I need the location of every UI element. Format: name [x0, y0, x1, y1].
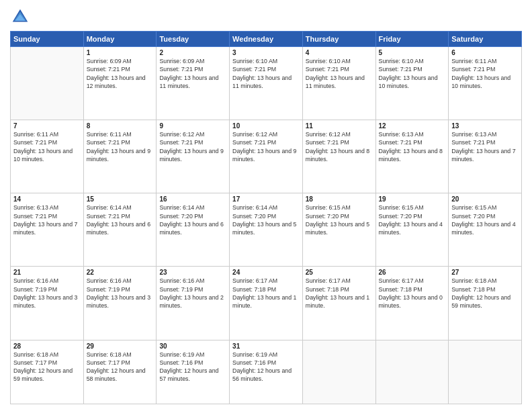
header — [10, 7, 522, 27]
calendar-cell: 20Sunrise: 6:15 AMSunset: 7:20 PMDayligh… — [449, 193, 522, 267]
day-of-week-thursday: Thursday — [302, 32, 375, 47]
day-info: Sunrise: 6:15 AMSunset: 7:20 PMDaylight:… — [306, 203, 373, 236]
day-info: Sunrise: 6:18 AMSunset: 7:18 PMDaylight:… — [451, 277, 519, 310]
calendar-cell: 21Sunrise: 6:16 AMSunset: 7:19 PMDayligh… — [11, 267, 84, 340]
day-number: 8 — [87, 122, 154, 130]
day-number: 23 — [159, 269, 226, 276]
calendar-cell: 26Sunrise: 6:17 AMSunset: 7:18 PMDayligh… — [375, 267, 449, 340]
day-number: 14 — [13, 195, 81, 203]
calendar-cell: 29Sunrise: 6:18 AMSunset: 7:17 PMDayligh… — [83, 340, 157, 404]
calendar-cell — [302, 340, 375, 404]
day-info: Sunrise: 6:09 AMSunset: 7:21 PMDaylight:… — [87, 57, 154, 90]
day-number: 11 — [306, 122, 373, 130]
calendar-cell: 9Sunrise: 6:12 AMSunset: 7:21 PMDaylight… — [157, 120, 230, 193]
day-number: 10 — [232, 122, 300, 130]
logo — [10, 7, 33, 27]
day-info: Sunrise: 6:11 AMSunset: 7:21 PMDaylight:… — [87, 130, 154, 163]
day-info: Sunrise: 6:16 AMSunset: 7:19 PMDaylight:… — [159, 277, 226, 310]
day-info: Sunrise: 6:13 AMSunset: 7:21 PMDaylight:… — [451, 130, 519, 163]
calendar-header-row: SundayMondayTuesdayWednesdayThursdayFrid… — [11, 32, 522, 47]
calendar-cell: 6Sunrise: 6:11 AMSunset: 7:21 PMDaylight… — [449, 47, 522, 120]
day-info: Sunrise: 6:18 AMSunset: 7:17 PMDaylight:… — [13, 351, 81, 383]
day-info: Sunrise: 6:15 AMSunset: 7:20 PMDaylight:… — [451, 203, 519, 236]
day-info: Sunrise: 6:14 AMSunset: 7:20 PMDaylight:… — [159, 203, 226, 236]
calendar-cell: 1Sunrise: 6:09 AMSunset: 7:21 PMDaylight… — [83, 47, 157, 120]
day-info: Sunrise: 6:11 AMSunset: 7:21 PMDaylight:… — [451, 57, 519, 90]
day-info: Sunrise: 6:12 AMSunset: 7:21 PMDaylight:… — [232, 130, 300, 163]
day-info: Sunrise: 6:13 AMSunset: 7:21 PMDaylight:… — [13, 203, 81, 236]
day-number: 19 — [379, 195, 446, 203]
calendar-cell: 13Sunrise: 6:13 AMSunset: 7:21 PMDayligh… — [449, 120, 522, 193]
day-number: 5 — [379, 49, 446, 56]
day-info: Sunrise: 6:12 AMSunset: 7:21 PMDaylight:… — [159, 130, 226, 163]
day-info: Sunrise: 6:10 AMSunset: 7:21 PMDaylight:… — [232, 57, 300, 90]
calendar-week-5: 28Sunrise: 6:18 AMSunset: 7:17 PMDayligh… — [11, 340, 522, 404]
day-number: 15 — [87, 195, 154, 203]
day-number: 24 — [232, 269, 300, 276]
calendar-cell: 27Sunrise: 6:18 AMSunset: 7:18 PMDayligh… — [449, 267, 522, 340]
day-number: 3 — [232, 49, 300, 56]
day-info: Sunrise: 6:18 AMSunset: 7:17 PMDaylight:… — [87, 351, 154, 383]
day-of-week-tuesday: Tuesday — [157, 32, 230, 47]
calendar-cell: 14Sunrise: 6:13 AMSunset: 7:21 PMDayligh… — [11, 193, 84, 267]
day-info: Sunrise: 6:17 AMSunset: 7:18 PMDaylight:… — [232, 277, 300, 310]
day-number: 18 — [306, 195, 373, 203]
calendar: SundayMondayTuesdayWednesdayThursdayFrid… — [10, 31, 522, 404]
calendar-cell: 23Sunrise: 6:16 AMSunset: 7:19 PMDayligh… — [157, 267, 230, 340]
page: SundayMondayTuesdayWednesdayThursdayFrid… — [0, 0, 532, 411]
day-info: Sunrise: 6:12 AMSunset: 7:21 PMDaylight:… — [306, 130, 373, 163]
day-number: 17 — [232, 195, 300, 203]
calendar-cell: 30Sunrise: 6:19 AMSunset: 7:16 PMDayligh… — [157, 340, 230, 404]
calendar-cell: 10Sunrise: 6:12 AMSunset: 7:21 PMDayligh… — [230, 120, 303, 193]
day-number: 22 — [87, 269, 154, 276]
calendar-cell — [449, 340, 522, 404]
calendar-cell: 24Sunrise: 6:17 AMSunset: 7:18 PMDayligh… — [230, 267, 303, 340]
day-info: Sunrise: 6:16 AMSunset: 7:19 PMDaylight:… — [87, 277, 154, 310]
calendar-week-3: 14Sunrise: 6:13 AMSunset: 7:21 PMDayligh… — [11, 193, 522, 267]
calendar-week-4: 21Sunrise: 6:16 AMSunset: 7:19 PMDayligh… — [11, 267, 522, 340]
day-of-week-wednesday: Wednesday — [230, 32, 303, 47]
calendar-cell: 2Sunrise: 6:09 AMSunset: 7:21 PMDaylight… — [157, 47, 230, 120]
day-of-week-sunday: Sunday — [11, 32, 84, 47]
day-number: 28 — [13, 342, 81, 350]
calendar-cell: 15Sunrise: 6:14 AMSunset: 7:21 PMDayligh… — [83, 193, 157, 267]
day-info: Sunrise: 6:11 AMSunset: 7:21 PMDaylight:… — [13, 130, 81, 163]
day-number: 30 — [159, 342, 226, 350]
day-info: Sunrise: 6:19 AMSunset: 7:16 PMDaylight:… — [159, 351, 226, 383]
day-info: Sunrise: 6:10 AMSunset: 7:21 PMDaylight:… — [379, 57, 446, 90]
day-number: 27 — [451, 269, 519, 276]
day-info: Sunrise: 6:16 AMSunset: 7:19 PMDaylight:… — [13, 277, 81, 310]
day-of-week-friday: Friday — [375, 32, 449, 47]
day-number: 21 — [13, 269, 81, 276]
calendar-cell: 25Sunrise: 6:17 AMSunset: 7:18 PMDayligh… — [302, 267, 375, 340]
day-info: Sunrise: 6:19 AMSunset: 7:16 PMDaylight:… — [232, 351, 300, 383]
calendar-cell: 18Sunrise: 6:15 AMSunset: 7:20 PMDayligh… — [302, 193, 375, 267]
day-of-week-monday: Monday — [83, 32, 157, 47]
calendar-cell: 22Sunrise: 6:16 AMSunset: 7:19 PMDayligh… — [83, 267, 157, 340]
day-number: 1 — [87, 49, 154, 56]
calendar-cell: 11Sunrise: 6:12 AMSunset: 7:21 PMDayligh… — [302, 120, 375, 193]
day-number: 31 — [232, 342, 300, 350]
calendar-cell: 28Sunrise: 6:18 AMSunset: 7:17 PMDayligh… — [11, 340, 84, 404]
calendar-week-1: 1Sunrise: 6:09 AMSunset: 7:21 PMDaylight… — [11, 47, 522, 120]
calendar-week-2: 7Sunrise: 6:11 AMSunset: 7:21 PMDaylight… — [11, 120, 522, 193]
calendar-cell: 17Sunrise: 6:14 AMSunset: 7:20 PMDayligh… — [230, 193, 303, 267]
day-info: Sunrise: 6:13 AMSunset: 7:21 PMDaylight:… — [379, 130, 446, 163]
day-info: Sunrise: 6:17 AMSunset: 7:18 PMDaylight:… — [379, 277, 446, 310]
calendar-cell: 19Sunrise: 6:15 AMSunset: 7:20 PMDayligh… — [375, 193, 449, 267]
calendar-cell: 16Sunrise: 6:14 AMSunset: 7:20 PMDayligh… — [157, 193, 230, 267]
day-info: Sunrise: 6:17 AMSunset: 7:18 PMDaylight:… — [306, 277, 373, 310]
calendar-cell: 3Sunrise: 6:10 AMSunset: 7:21 PMDaylight… — [230, 47, 303, 120]
day-info: Sunrise: 6:10 AMSunset: 7:21 PMDaylight:… — [306, 57, 373, 90]
logo-icon — [10, 7, 30, 27]
day-number: 16 — [159, 195, 226, 203]
day-number: 6 — [451, 49, 519, 56]
day-number: 12 — [379, 122, 446, 130]
day-number: 25 — [306, 269, 373, 276]
calendar-cell — [11, 47, 84, 120]
calendar-cell — [375, 340, 449, 404]
day-number: 4 — [306, 49, 373, 56]
calendar-cell: 4Sunrise: 6:10 AMSunset: 7:21 PMDaylight… — [302, 47, 375, 120]
day-info: Sunrise: 6:14 AMSunset: 7:21 PMDaylight:… — [87, 203, 154, 236]
calendar-cell: 31Sunrise: 6:19 AMSunset: 7:16 PMDayligh… — [230, 340, 303, 404]
